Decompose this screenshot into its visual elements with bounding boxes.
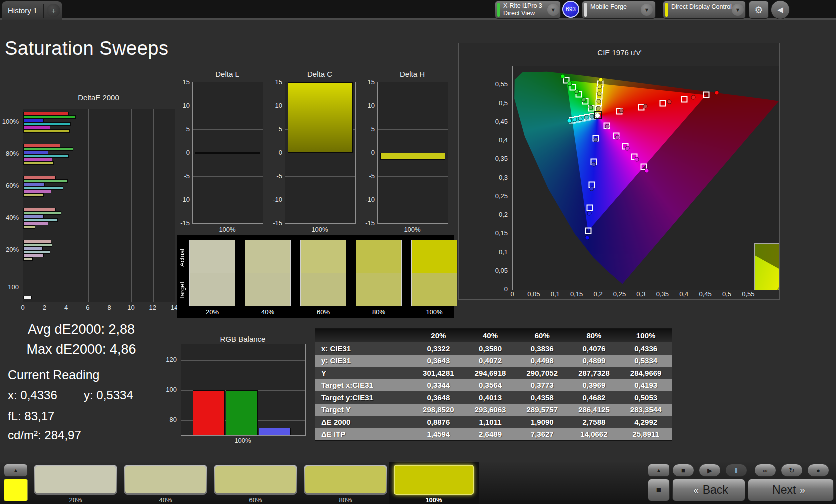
table-row: Target x:CIE310,33440,35640,37730,39690,… — [316, 380, 672, 392]
y-tick-label: 10 — [362, 102, 375, 110]
refresh-button[interactable]: ↻ — [781, 464, 803, 477]
chevron-down-icon[interactable]: ▼ — [548, 4, 560, 16]
grid-line — [110, 110, 110, 302]
x-tick-label: 0 — [18, 304, 28, 312]
top-bar: History 1 + X-Rite i1Pro 3 Direct View ▼… — [0, 0, 836, 20]
measured-dot-green — [582, 98, 586, 102]
expand-right-button[interactable]: ▲ — [648, 464, 670, 477]
cell-value: 0,3773 — [516, 381, 568, 390]
pause-button[interactable]: ‖ — [726, 464, 748, 477]
collapse-panel-button[interactable]: ◀ — [771, 0, 790, 20]
display-control-dropdown[interactable]: Direct Display Control ▼ — [663, 1, 746, 19]
page-title: Saturation Sweeps — [5, 38, 168, 60]
column-header: 80% — [568, 332, 620, 340]
y-tick-label: 0,15 — [496, 230, 508, 237]
y-tick-label: 0,35 — [496, 155, 508, 162]
cell-value: 289,5757 — [516, 406, 568, 414]
x-tick-label: 12 — [148, 304, 158, 312]
x-tick-label: 0,55 — [740, 290, 758, 298]
table-row: x: CIE310,33220,35800,38360,40760,4336 — [316, 342, 672, 355]
de-bar-yellow — [24, 162, 54, 165]
add-tab-button[interactable]: + — [47, 4, 60, 18]
cell-value: 290,7052 — [516, 369, 568, 378]
chevron-down-icon[interactable]: ▼ — [732, 4, 744, 16]
sample-patch-button-40%[interactable] — [124, 465, 208, 495]
cell-value: 0,3836 — [516, 344, 568, 353]
whitepoint-dot — [595, 113, 600, 118]
sample-patch-button-60%[interactable] — [214, 465, 298, 495]
sample-patch-button-20%[interactable] — [34, 465, 118, 495]
row-label: ΔE 2000 — [316, 418, 412, 426]
patch-color — [36, 466, 116, 494]
table-row: Target Y298,8520293,6063289,5757286,4125… — [316, 404, 672, 416]
play-button[interactable]: ▶ — [699, 464, 721, 477]
rgb-x-label: 100% — [181, 437, 305, 444]
de-bar-magenta — [24, 190, 52, 194]
saturation-data-table: 20%40%60%80%100%x: CIE310,33220,35800,38… — [315, 328, 672, 441]
history-tab[interactable]: History 1 + — [2, 2, 62, 20]
measured-dot-red — [715, 91, 720, 96]
table-row: Target y:CIE310,36480,40130,43580,46820,… — [316, 392, 672, 404]
stop-pattern-button[interactable]: ■ — [648, 479, 670, 502]
de-group-label: 60% — [6, 182, 19, 190]
table-header-row: 20%40%60%80%100% — [316, 329, 672, 342]
source-name: Mobile Forge — [590, 4, 627, 11]
back-button[interactable]: « Back — [672, 479, 746, 502]
deltae2000-chart-title: DeltaE 2000 — [23, 94, 174, 102]
deltae2000-chart — [23, 109, 176, 302]
chevron-down-icon[interactable]: ▼ — [641, 4, 653, 16]
source-dropdown[interactable]: Mobile Forge ▼ — [582, 1, 656, 19]
history-tab-label: History 1 — [8, 6, 38, 15]
next-button[interactable]: Next » — [748, 479, 834, 502]
compare-swatch-label: 100% — [412, 308, 458, 316]
sample-patch-button-100%[interactable] — [394, 465, 474, 495]
current-reading: Current Reading x: 0,4336 y: 0,5334 fL: … — [8, 368, 158, 442]
grid-line — [182, 360, 306, 361]
y-tick-label: 0 — [270, 149, 282, 156]
measured-dot-green — [574, 90, 579, 94]
column-header: 20% — [412, 332, 464, 340]
measured-dot-cyan — [578, 116, 583, 121]
compare-swatch-label: 60% — [300, 308, 346, 316]
x-tick-label: 0,35 — [654, 290, 672, 298]
deltae2000-y-labels: 100%80%60%40%20%100 — [0, 109, 21, 302]
deltae2000-x-labels: 24681012140 — [23, 304, 174, 313]
source-status-stripe — [584, 3, 587, 17]
x-tick-label: 0,25 — [611, 290, 629, 298]
table-row: ΔE 20000,88761,10111,90902,75884,2992 — [316, 416, 672, 428]
stop-button[interactable]: ■ — [672, 464, 694, 477]
measured-dot-green — [560, 74, 565, 78]
y-tick-label: -5 — [362, 172, 375, 180]
de-group-label: 40% — [6, 214, 19, 222]
y-tick-label: -10 — [362, 196, 375, 204]
measured-dot-yellow — [597, 99, 602, 104]
expand-left-button[interactable]: ▲ — [4, 464, 28, 477]
de-group-label: 80% — [6, 150, 19, 158]
grid-line — [378, 176, 448, 177]
cell-value: 0,3322 — [412, 344, 464, 353]
meter-dropdown[interactable]: X-Rite i1Pro 3 Direct View ▼ — [495, 1, 561, 19]
delta-l-chart: 151050-5-10-15 — [192, 82, 264, 224]
patch-color — [394, 465, 474, 495]
sample-patch-button-80%[interactable] — [304, 465, 388, 495]
delta-l-title: Delta L — [192, 70, 262, 78]
loop-button[interactable]: ∞ — [754, 464, 776, 477]
row-label: Target y:CIE31 — [316, 394, 412, 402]
x-tick-label: 0,4 — [675, 290, 693, 298]
compare-swatch-40% — [245, 240, 291, 306]
back-button-label: Back — [703, 484, 728, 497]
calman-window: History 1 + X-Rite i1Pro 3 Direct View ▼… — [0, 0, 836, 504]
y-tick-label: 0,2 — [499, 211, 508, 218]
x-tick-label: 0,2 — [590, 290, 608, 298]
target-color — [190, 273, 235, 306]
cell-value: 0,5334 — [620, 356, 672, 365]
y-tick-label: -15 — [362, 220, 375, 227]
record-button[interactable]: ● — [808, 464, 830, 477]
settings-button[interactable]: ⚙ — [749, 1, 769, 19]
measured-dot-magenta — [635, 158, 640, 162]
de-bar-blue — [24, 247, 43, 250]
compare-swatch-80% — [356, 240, 402, 306]
y-tick-label: 120 — [166, 356, 177, 364]
cell-value: 0,4076 — [568, 344, 620, 353]
cell-value: 301,4281 — [412, 369, 464, 378]
